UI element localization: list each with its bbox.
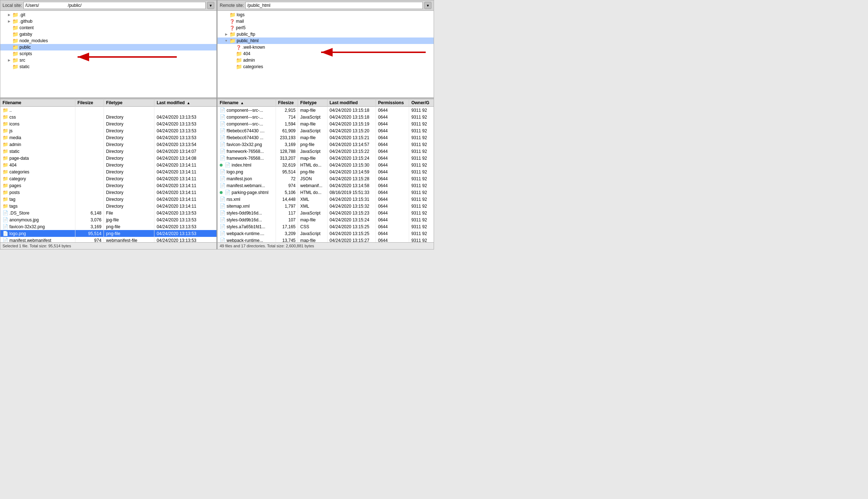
table-row[interactable]: 📄component---src-...2,915map-file04/24/2… bbox=[218, 107, 434, 114]
file-name-text: logo.png bbox=[227, 169, 243, 175]
table-row[interactable]: 📁cssDirectory04/24/2020 13:13:53 bbox=[0, 114, 216, 120]
left-tree-item-src[interactable]: ▶src bbox=[0, 57, 216, 63]
file-size-cell: 107 bbox=[276, 216, 298, 223]
table-row[interactable]: 📄sitemap.xml1,797XML04/24/2020 13:15:320… bbox=[218, 203, 434, 209]
table-row[interactable]: 📄f9ebebcc674430 ....61,909JavaScript04/2… bbox=[218, 127, 434, 134]
table-row[interactable]: 📁categoriesDirectory04/24/2020 13:14:11 bbox=[0, 168, 216, 175]
right-tree-item-public_ftp[interactable]: ▶public_ftp bbox=[218, 31, 434, 37]
table-row[interactable]: 📄component---src-...714JavaScript04/24/2… bbox=[218, 114, 434, 120]
col-permissions-right[interactable]: Permissions bbox=[376, 99, 409, 107]
table-row[interactable]: 📄manifest.webmanifest974webmanifest-file… bbox=[0, 237, 216, 242]
col-filetype-left[interactable]: Filetype bbox=[104, 99, 154, 107]
file-size-cell: 72 bbox=[276, 175, 298, 182]
table-row[interactable]: 📄parking-page.shtml5,106HTML do...08/16/… bbox=[218, 189, 434, 196]
right-tree-item-well_known[interactable]: .well-known bbox=[218, 44, 434, 50]
left-dropdown-btn[interactable]: ▼ bbox=[207, 2, 214, 9]
file-name-cell: 📄parking-page.shtml bbox=[218, 189, 276, 196]
table-row[interactable]: 📁404Directory04/24/2020 13:14:11 bbox=[0, 162, 216, 168]
tree-item-label: src bbox=[19, 58, 25, 63]
col-filename-right[interactable]: Filename ▲ bbox=[218, 99, 276, 107]
file-name-text: manifest.json bbox=[227, 176, 252, 181]
tree-item-label: categories bbox=[243, 64, 263, 69]
right-tree-item-404[interactable]: 404 bbox=[218, 50, 434, 57]
left-tree-item-scripts[interactable]: scripts bbox=[0, 50, 216, 57]
table-row[interactable]: 📁tagDirectory04/24/2020 13:14:11 bbox=[0, 196, 216, 203]
col-filesize-right[interactable]: Filesize bbox=[276, 99, 298, 107]
table-row[interactable]: 📄.DS_Store6,148File04/24/2020 13:13:53 bbox=[0, 209, 216, 216]
file-type-cell: JavaScript bbox=[298, 127, 327, 134]
table-row[interactable]: 📄anonymous.jpg3,076jpg-file04/24/2020 13… bbox=[0, 216, 216, 223]
table-row[interactable]: 📄styles.a7a65b1fd1...17,165CSS04/24/2020… bbox=[218, 223, 434, 230]
file-size-cell: 3,209 bbox=[276, 230, 298, 237]
file-size-cell bbox=[75, 107, 104, 114]
right-status-bar: 49 files and 17 directories. Total size:… bbox=[218, 242, 434, 249]
table-row[interactable]: 📁pagesDirectory04/24/2020 13:14:11 bbox=[0, 182, 216, 189]
left-site-path[interactable] bbox=[23, 2, 206, 9]
table-row[interactable]: 📄webpack-runtime....3,209JavaScript04/24… bbox=[218, 230, 434, 237]
table-row[interactable]: 📁iconsDirectory04/24/2020 13:13:53 bbox=[0, 120, 216, 127]
table-row[interactable]: 📄index.html32,619HTML do...04/24/2020 13… bbox=[218, 162, 434, 168]
left-tree-item-public[interactable]: public bbox=[0, 44, 216, 50]
table-row[interactable]: 📄manifest.json72JSON04/24/2020 13:15:280… bbox=[218, 175, 434, 182]
table-row[interactable]: 📄manifest.webmani...974webmanif...04/24/… bbox=[218, 182, 434, 189]
file-name-cell: 📄rss.xml bbox=[218, 196, 276, 203]
table-row[interactable]: 📁mediaDirectory04/24/2020 13:13:53 bbox=[0, 134, 216, 141]
left-tree-item-static[interactable]: static bbox=[0, 63, 216, 70]
left-tree-item-git[interactable]: ▶.git bbox=[0, 12, 216, 18]
right-dropdown-btn[interactable]: ▼ bbox=[424, 2, 431, 9]
table-row[interactable]: 📄styles-0dd9b16d...107map-file04/24/2020… bbox=[218, 216, 434, 223]
file-modified-cell: 04/24/2020 13:13:54 bbox=[154, 141, 216, 148]
right-file-list[interactable]: Filename ▲ Filesize Filetype Last modifi… bbox=[218, 99, 434, 242]
file-name-cell: 📄sitemap.xml bbox=[218, 203, 276, 209]
table-row[interactable]: 📁tagsDirectory04/24/2020 13:14:11 bbox=[0, 203, 216, 209]
table-row[interactable]: 📁categoryDirectory04/24/2020 13:14:11 bbox=[0, 175, 216, 182]
table-row[interactable]: 📄webpack-runtime...13,745map-file04/24/2… bbox=[218, 237, 434, 242]
col-filesize-left[interactable]: Filesize bbox=[75, 99, 104, 107]
file-name-text: categories bbox=[9, 169, 29, 175]
file-name-cell: 📁404 bbox=[0, 162, 75, 168]
right-tree-item-perl5[interactable]: perl5 bbox=[218, 25, 434, 31]
tree-item-label: static bbox=[19, 64, 30, 69]
table-row[interactable]: 📄component---src-...1,594map-file04/24/2… bbox=[218, 120, 434, 127]
right-tree-item-mail[interactable]: mail bbox=[218, 18, 434, 25]
table-row[interactable]: 📄f9ebebcc674430 ...233,193map-file04/24/… bbox=[218, 134, 434, 141]
folder-icon: 📁 bbox=[3, 155, 8, 161]
col-filetype-right[interactable]: Filetype bbox=[298, 99, 327, 107]
table-row[interactable]: 📁postsDirectory04/24/2020 13:14:11 bbox=[0, 189, 216, 196]
table-row[interactable]: 📁page-dataDirectory04/24/2020 13:14:08 bbox=[0, 155, 216, 162]
table-row[interactable]: 📁staticDirectory04/24/2020 13:14:07 bbox=[0, 148, 216, 155]
file-modified-cell bbox=[154, 107, 216, 114]
file-name-text: component---src-... bbox=[227, 108, 263, 113]
tree-item-label: public_html bbox=[237, 38, 259, 43]
right-tree-item-public_html[interactable]: ▼public_html bbox=[218, 37, 434, 44]
table-row[interactable]: 📄favicon-32x32.png3,169png-file04/24/202… bbox=[0, 223, 216, 230]
folder-icon bbox=[236, 44, 241, 50]
left-tree-item-content[interactable]: content bbox=[0, 25, 216, 31]
file-owner-cell: 9311 92 bbox=[409, 168, 434, 175]
table-row[interactable]: 📄logo.png95,514png-file04/24/2020 13:14:… bbox=[218, 168, 434, 175]
file-modified-cell: 04/24/2020 13:15:28 bbox=[327, 175, 376, 182]
table-row[interactable]: 📄favicon-32x32.png3,169png-file04/24/202… bbox=[218, 141, 434, 148]
table-row[interactable]: 📄logo.png95,514png-file04/24/2020 13:13:… bbox=[0, 230, 216, 237]
table-row[interactable]: 📁.. bbox=[0, 107, 216, 114]
col-modified-right[interactable]: Last modified bbox=[327, 99, 376, 107]
left-tree-item-github[interactable]: ▶.github bbox=[0, 18, 216, 25]
table-row[interactable]: 📄framework-76568...128,788JavaScript04/2… bbox=[218, 148, 434, 155]
table-row[interactable]: 📁adminDirectory04/24/2020 13:13:54 bbox=[0, 141, 216, 148]
folder-icon: 📁 bbox=[3, 142, 8, 147]
right-tree-item-categories[interactable]: categories bbox=[218, 63, 434, 70]
left-file-list[interactable]: Filename Filesize Filetype Last modified… bbox=[0, 99, 216, 242]
left-tree-item-gatsby[interactable]: gatsby bbox=[0, 31, 216, 37]
file-size-cell: 61,909 bbox=[276, 127, 298, 134]
right-site-path[interactable] bbox=[245, 2, 423, 9]
table-row[interactable]: 📄framework-76568...313,207map-file04/24/… bbox=[218, 155, 434, 162]
table-row[interactable]: 📄styles-0dd9b16d...117JavaScript04/24/20… bbox=[218, 209, 434, 216]
right-tree-item-logs[interactable]: logs bbox=[218, 12, 434, 18]
col-modified-left[interactable]: Last modified ▲ bbox=[154, 99, 216, 107]
col-owner-right[interactable]: Owner/G bbox=[409, 99, 434, 107]
table-row[interactable]: 📁jsDirectory04/24/2020 13:13:53 bbox=[0, 127, 216, 134]
col-filename-left[interactable]: Filename bbox=[0, 99, 75, 107]
right-tree-item-admin[interactable]: admin bbox=[218, 57, 434, 63]
left-tree-item-node_modules[interactable]: node_modules bbox=[0, 37, 216, 44]
table-row[interactable]: 📄rss.xml14,448XML04/24/2020 13:15:310644… bbox=[218, 196, 434, 203]
